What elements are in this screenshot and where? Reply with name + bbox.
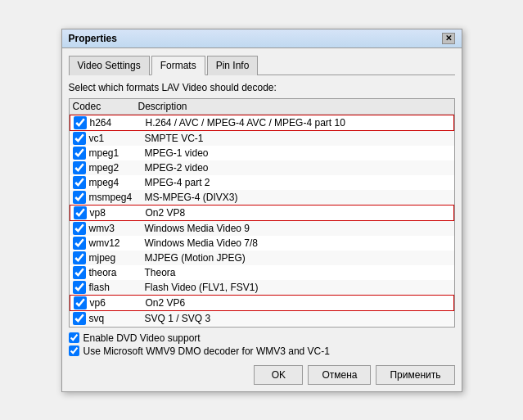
row-codec: vp6 <box>90 297 146 309</box>
table-row[interactable]: svqSVQ 1 / SVQ 3 <box>70 311 454 326</box>
checkbox-dvd-label: Enable DVD Video support <box>83 332 201 344</box>
row-codec: svq <box>89 313 145 324</box>
dialog-title: Properties <box>69 33 117 44</box>
row-checkbox[interactable] <box>73 176 86 189</box>
list-header: Codec Description <box>70 99 454 115</box>
row-checkbox[interactable] <box>73 237 86 250</box>
ok-button[interactable]: OK <box>254 365 303 385</box>
table-row[interactable]: mpeg4MPEG-4 part 2 <box>70 175 454 190</box>
row-codec: vc1 <box>89 133 145 144</box>
table-row[interactable]: wmv12Windows Media Video 7/8 <box>70 236 454 251</box>
table-row[interactable]: msmpeg4MS-MPEG-4 (DIVX3) <box>70 190 454 205</box>
row-codec: msmpeg4 <box>89 192 145 203</box>
row-checkbox[interactable] <box>73 147 86 160</box>
tab-video-settings[interactable]: Video Settings <box>69 56 150 75</box>
dialog-body: Video Settings Formats Pin Info Select w… <box>62 48 462 391</box>
col-desc-header: Description <box>138 101 451 112</box>
row-description: MPEG-4 part 2 <box>145 177 451 188</box>
row-codec: wmv3 <box>89 223 145 234</box>
row-description: SMPTE VC-1 <box>145 133 451 144</box>
table-row[interactable]: vc1SMPTE VC-1 <box>70 131 454 146</box>
row-checkbox[interactable] <box>73 132 86 145</box>
tab-formats[interactable]: Formats <box>151 56 205 75</box>
apply-button[interactable]: Применить <box>376 365 454 385</box>
row-checkbox[interactable] <box>73 222 86 235</box>
row-checkbox[interactable] <box>73 191 86 204</box>
table-row[interactable]: wmv3Windows Media Video 9 <box>70 221 454 236</box>
table-row[interactable]: mpeg2MPEG-2 video <box>70 160 454 175</box>
buttons-row: OK Отмена Применить <box>69 365 455 385</box>
description-label: Select which formats LAV Video should de… <box>69 82 455 93</box>
row-checkbox[interactable] <box>73 161 86 174</box>
row-codec: theora <box>89 267 145 278</box>
checkbox-dvd-input[interactable] <box>69 332 79 343</box>
row-checkbox[interactable] <box>73 266 86 279</box>
row-description: Windows Media Video 9 <box>145 223 451 234</box>
table-row[interactable]: h261H.261 <box>70 326 454 327</box>
row-description: H.264 / AVC / MPEG-4 AVC / MPEG-4 part 1… <box>146 117 450 129</box>
row-description: MPEG-2 video <box>145 162 451 174</box>
row-codec: mpeg4 <box>89 177 145 188</box>
table-row[interactable]: mpeg1MPEG-1 video <box>70 146 454 160</box>
tabs-bar: Video Settings Formats Pin Info <box>69 55 455 75</box>
row-checkbox[interactable] <box>73 327 86 327</box>
row-codec: mpeg1 <box>89 147 145 159</box>
row-description: MPEG-1 video <box>145 147 451 159</box>
row-description: Windows Media Video 7/8 <box>145 237 451 249</box>
row-codec: wmv12 <box>89 237 145 249</box>
row-codec: flash <box>89 282 145 293</box>
cancel-button[interactable]: Отмена <box>308 365 371 385</box>
table-row[interactable]: flashFlash Video (FLV1, FSV1) <box>70 280 454 295</box>
checkboxes-section: Enable DVD Video support Use Microsoft W… <box>69 332 455 357</box>
checkbox-wmv9-input[interactable] <box>69 345 79 356</box>
codec-list[interactable]: Codec Description h264H.264 / AVC / MPEG… <box>69 98 455 327</box>
close-button[interactable]: ✕ <box>442 33 455 44</box>
row-codec: mjpeg <box>89 252 145 264</box>
table-row[interactable]: theoraTheora <box>70 265 454 280</box>
row-description: On2 VP8 <box>146 207 450 219</box>
rows-container: h264H.264 / AVC / MPEG-4 AVC / MPEG-4 pa… <box>70 115 454 327</box>
table-row[interactable]: vp8On2 VP8 <box>70 205 454 221</box>
col-codec-header: Codec <box>73 101 138 112</box>
table-row[interactable]: mjpegMJPEG (Motion JPEG) <box>70 251 454 265</box>
table-row[interactable]: h264H.264 / AVC / MPEG-4 AVC / MPEG-4 pa… <box>70 115 454 131</box>
properties-dialog: Properties ✕ Video Settings Formats Pin … <box>61 29 462 392</box>
row-codec: h264 <box>90 117 146 129</box>
checkbox-wmv9-label: Use Microsoft WMV9 DMO decoder for WMV3 … <box>83 345 330 357</box>
checkbox-dvd: Enable DVD Video support <box>69 332 455 344</box>
row-codec: vp8 <box>90 207 146 219</box>
row-codec: mpeg2 <box>89 162 145 174</box>
row-checkbox[interactable] <box>74 206 87 219</box>
row-description: Theora <box>145 267 451 278</box>
row-description: MS-MPEG-4 (DIVX3) <box>145 192 451 203</box>
row-description: Flash Video (FLV1, FSV1) <box>145 282 451 293</box>
checkbox-wmv9: Use Microsoft WMV9 DMO decoder for WMV3 … <box>69 345 455 357</box>
table-row[interactable]: vp6On2 VP6 <box>70 295 454 311</box>
row-checkbox[interactable] <box>74 296 87 309</box>
tab-pin-info[interactable]: Pin Info <box>207 56 259 75</box>
row-description: SVQ 1 / SVQ 3 <box>145 313 451 324</box>
row-checkbox[interactable] <box>73 312 86 325</box>
row-checkbox[interactable] <box>73 251 86 264</box>
title-bar: Properties ✕ <box>62 29 462 48</box>
row-checkbox[interactable] <box>74 116 87 129</box>
row-description: On2 VP6 <box>146 297 450 309</box>
row-checkbox[interactable] <box>73 281 86 294</box>
row-description: MJPEG (Motion JPEG) <box>145 252 451 264</box>
